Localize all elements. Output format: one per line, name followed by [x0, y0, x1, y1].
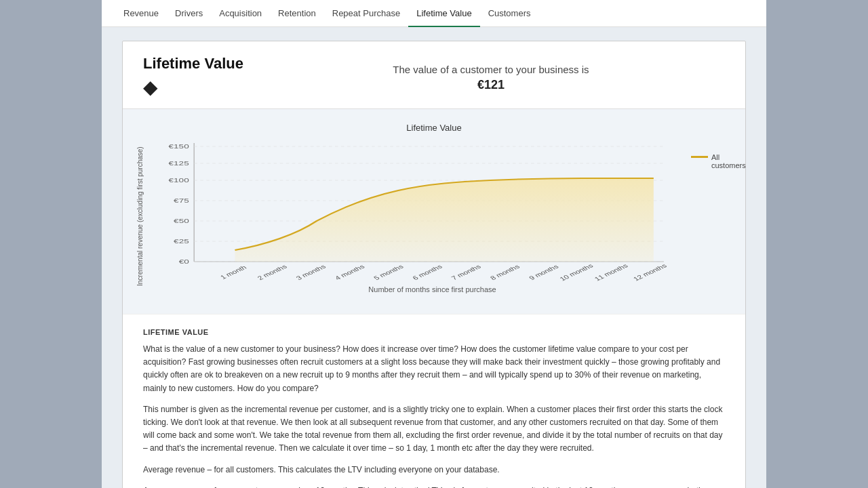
legend-label: All customers: [711, 153, 746, 169]
chart-inner: €0 €25 €50 €75 €100 €125 €150: [153, 140, 684, 293]
svg-text:10 months: 10 months: [558, 263, 594, 282]
nav-item-drivers[interactable]: Drivers: [167, 0, 211, 27]
main-card: Lifetime Value ◆ The value of a customer…: [122, 41, 746, 488]
value-amount: €121: [257, 78, 725, 92]
navigation: Revenue Drivers Acquisition Retention Re…: [102, 0, 766, 27]
header-value: The value of a customer to your business…: [257, 62, 725, 92]
info-section-title: LIFETIME VALUE: [143, 328, 725, 336]
value-text: The value of a customer to your business…: [257, 62, 725, 78]
nav-item-acquisition[interactable]: Acquisition: [211, 0, 270, 27]
svg-text:5 months: 5 months: [372, 264, 405, 281]
nav-item-lifetime-value[interactable]: Lifetime Value: [408, 0, 479, 27]
nav-item-retention[interactable]: Retention: [270, 0, 324, 27]
nav-item-customers[interactable]: Customers: [480, 0, 539, 27]
page-title: Lifetime Value: [143, 55, 243, 73]
svg-text:€100: €100: [169, 177, 189, 183]
diamond-icon: ◆: [143, 76, 158, 98]
y-axis-label: Incremental revenue (excluding first pur…: [130, 140, 150, 293]
header-left: Lifetime Value ◆: [143, 55, 243, 98]
info-paragraph-3: Average revenue – for all customers. Thi…: [143, 464, 725, 476]
nav-item-repeat-purchase[interactable]: Repeat Purchase: [324, 0, 408, 27]
card-header: Lifetime Value ◆ The value of a customer…: [123, 41, 745, 108]
chart-section: Lifetime Value Incremental revenue (excl…: [123, 108, 745, 314]
x-axis-label: Number of months since first purchase: [180, 285, 684, 293]
svg-text:€25: €25: [174, 238, 189, 244]
svg-text:€0: €0: [179, 258, 189, 264]
svg-text:€150: €150: [169, 143, 189, 149]
svg-text:€50: €50: [174, 218, 189, 224]
info-section: LIFETIME VALUE What is the value of a ne…: [123, 314, 745, 488]
svg-text:7 months: 7 months: [450, 264, 482, 281]
legend-line: [691, 156, 708, 158]
svg-text:6 months: 6 months: [411, 264, 443, 281]
info-paragraph-1: What is the value of a new customer to y…: [143, 343, 725, 395]
svg-text:€75: €75: [174, 197, 189, 203]
legend-container: All customers: [684, 140, 738, 293]
svg-text:1 month: 1 month: [219, 264, 248, 281]
svg-text:8 months: 8 months: [489, 264, 521, 281]
svg-text:3 months: 3 months: [295, 264, 328, 281]
svg-text:2 months: 2 months: [256, 264, 288, 281]
svg-text:12 months: 12 months: [632, 263, 668, 282]
nav-item-revenue[interactable]: Revenue: [115, 0, 167, 27]
svg-text:11 months: 11 months: [593, 263, 629, 282]
info-paragraph-4: Average revenue – for new customers prev…: [143, 485, 725, 488]
chart-title: Lifetime Value: [130, 123, 738, 133]
info-paragraph-2: This number is given as the incremental …: [143, 403, 725, 455]
svg-text:4 months: 4 months: [334, 264, 366, 281]
chart-container: Incremental revenue (excluding first pur…: [130, 140, 738, 293]
svg-text:€125: €125: [169, 160, 189, 166]
chart-svg: €0 €25 €50 €75 €100 €125 €150: [153, 140, 684, 282]
svg-text:9 months: 9 months: [528, 264, 560, 281]
legend-item-all-customers: All customers: [691, 153, 746, 169]
